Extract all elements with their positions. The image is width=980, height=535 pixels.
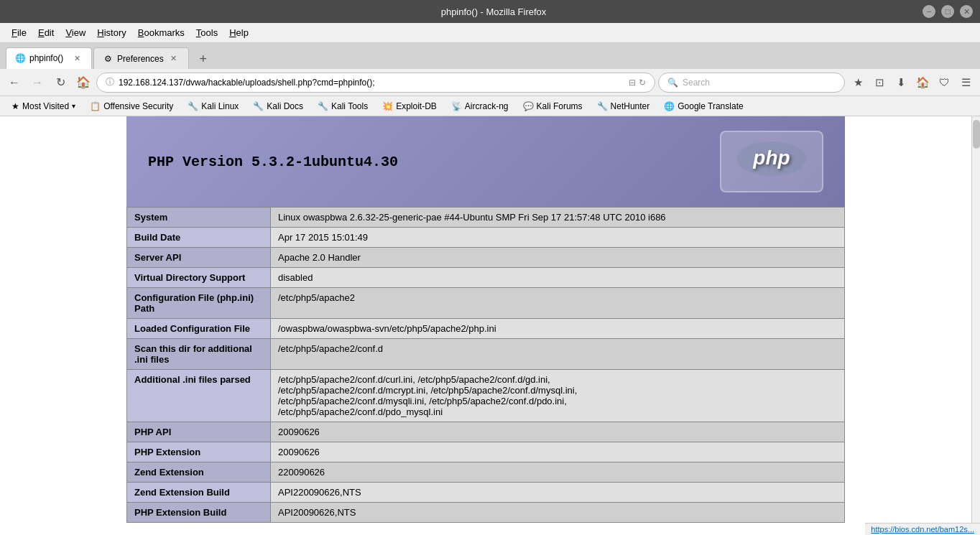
table-value: /etc/php5/apache2 [271,288,845,319]
address-bar-icons: ⊟ ↻ [629,78,646,88]
menu-edit[interactable]: Edit [32,24,60,41]
reload-icon[interactable]: ↻ [639,78,646,88]
bookmark-kali-tools[interactable]: 🔧 Kali Tools [312,100,374,113]
bookmark-kali-forums[interactable]: 💬 Kali Forums [517,100,588,113]
menu-bar: File Edit View History Bookmarks Tools H… [0,23,980,43]
bookmark-most-visited[interactable]: ★ Most Visited ▾ [6,100,81,113]
table-value: Linux owaspbwa 2.6.32-25-generic-pae #44… [271,208,845,228]
bookmark-kali-linux[interactable]: 🔧 Kali Linux [182,100,244,113]
menu-history[interactable]: History [91,24,131,41]
svg-text:php: php [752,146,790,169]
bookmark-label: Kali Docs [267,101,303,111]
content-area: PHP Version 5.3.2-1ubuntu4.30 php System… [0,116,980,535]
menu-tools[interactable]: Tools [190,24,223,41]
tab-bar: 🌐 phpinfo() ✕ ⚙ Preferences ✕ + [0,43,980,69]
table-value: Apr 17 2015 15:01:49 [271,228,845,248]
search-icon: 🔍 [667,78,678,88]
tab-close-phpinfo[interactable]: ✕ [71,52,83,64]
close-button[interactable]: ✕ [960,5,973,18]
table-row: PHP API20090626 [127,422,845,442]
table-row: PHP Extension BuildAPI20090626,NTS [127,503,845,523]
table-row: Zend Extension BuildAPI220090626,NTS [127,483,845,503]
table-row: Virtual Directory Supportdisabled [127,268,845,288]
bookmark-star-button[interactable]: ★ [848,73,868,93]
url-text: 192.168.124.137/dvwa/hackable/uploads/sh… [119,78,624,88]
exploit-db-icon: 💥 [382,101,393,111]
bookmark-label: NetHunter [611,101,650,111]
table-value: /etc/php5/apache2/conf.d [271,339,845,370]
bookmark-label: Kali Tools [331,101,368,111]
bookmark-aircrack-ng[interactable]: 📡 Aircrack-ng [445,100,514,113]
table-row: Scan this dir for additional .ini files/… [127,339,845,370]
table-key: PHP Extension [127,442,271,462]
table-key: Build Date [127,228,271,248]
back-button[interactable]: ← [4,73,24,93]
kali-tools-icon: 🔧 [318,101,328,111]
tab-phpinfo[interactable]: 🌐 phpinfo() ✕ [6,47,92,69]
table-key: Server API [127,248,271,268]
scrollbar[interactable] [971,116,980,535]
home-toolbar-button[interactable]: 🏠 [912,73,933,93]
menu-bookmarks[interactable]: Bookmarks [132,24,190,41]
table-key: Zend Extension [127,462,271,483]
pocket-button[interactable]: 🛡 [934,73,954,93]
maximize-button[interactable]: □ [941,5,954,18]
bookmark-list-button[interactable]: ⊡ [869,73,889,93]
title-bar: phpinfo() - Mozilla Firefox − □ ✕ [0,0,980,23]
bookmark-label: Google Translate [678,101,743,111]
bookmark-google-translate[interactable]: 🌐 Google Translate [658,100,749,113]
security-icon: ⓘ [106,76,114,88]
navigation-bar: ← → ↻ 🏠 ⓘ 192.168.124.137/dvwa/hackable/… [0,69,980,96]
reload-button[interactable]: ↻ [50,73,70,93]
table-value: 20090626 [271,422,845,442]
table-value: disabled [271,268,845,288]
table-key: PHP Extension Build [127,503,271,523]
search-bar[interactable]: 🔍 Search [658,73,845,93]
tab-favicon-phpinfo: 🌐 [15,53,25,63]
download-button[interactable]: ⬇ [891,73,911,93]
new-tab-button[interactable]: + [193,49,213,69]
php-page: PHP Version 5.3.2-1ubuntu4.30 php System… [126,116,845,523]
table-key: Configuration File (php.ini) Path [127,288,271,319]
tab-close-preferences[interactable]: ✕ [168,53,180,65]
kali-forums-icon: 💬 [523,101,534,111]
home-button[interactable]: 🏠 [73,73,93,93]
search-placeholder: Search [683,78,710,88]
tab-title-phpinfo: phpinfo() [29,53,67,63]
table-value: API220090626,NTS [271,483,845,503]
bookmark-offensive-security[interactable]: 📋 Offensive Security [84,100,179,113]
tab-preferences[interactable]: ⚙ Preferences ✕ [93,47,189,69]
table-key: Virtual Directory Support [127,268,271,288]
bookmark-label: Most Visited [22,101,69,111]
table-value: 220090626 [271,462,845,483]
status-bar: https://bios.cdn.net/bam12s... [865,523,980,535]
tab-title-preferences: Preferences [117,54,164,64]
bookmark-kali-docs[interactable]: 🔧 Kali Docs [247,100,309,113]
php-logo-svg: php [736,139,808,179]
window-title: phpinfo() - Mozilla Firefox [65,6,923,17]
menu-help[interactable]: Help [223,24,254,41]
menu-file[interactable]: File [6,24,32,41]
php-header: PHP Version 5.3.2-1ubuntu4.30 php [126,116,845,207]
bookmark-label: Offensive Security [103,101,173,111]
scrollbar-thumb[interactable] [973,120,980,149]
window-controls: − □ ✕ [923,5,973,18]
bookmarks-bar: ★ Most Visited ▾ 📋 Offensive Security 🔧 … [0,96,980,116]
menu-view[interactable]: View [60,24,91,41]
page-action-icon[interactable]: ⊟ [629,78,636,88]
forward-button[interactable]: → [27,73,47,93]
address-bar[interactable]: ⓘ 192.168.124.137/dvwa/hackable/uploads/… [96,73,655,93]
table-value: API20090626,NTS [271,503,845,523]
offensive-security-icon: 📋 [90,101,101,111]
bookmark-nethunter[interactable]: 🔧 NetHunter [591,100,656,113]
table-key: Additional .ini files parsed [127,370,271,422]
table-value: /owaspbwa/owaspbwa-svn/etc/php5/apache2/… [271,319,845,339]
php-logo: php [720,131,823,192]
most-visited-icon: ★ [11,101,19,111]
php-info-table: SystemLinux owaspbwa 2.6.32-25-generic-p… [126,207,845,523]
page-content: PHP Version 5.3.2-1ubuntu4.30 php System… [0,116,971,535]
table-row: SystemLinux owaspbwa 2.6.32-25-generic-p… [127,208,845,228]
minimize-button[interactable]: − [923,5,935,18]
bookmark-exploit-db[interactable]: 💥 Exploit-DB [376,100,443,113]
menu-hamburger-button[interactable]: ☰ [956,73,976,93]
